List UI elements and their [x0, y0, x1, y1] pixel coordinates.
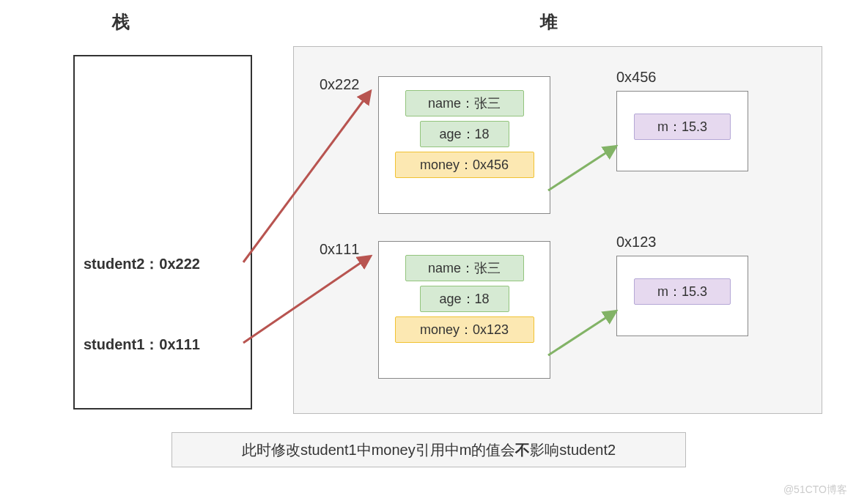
money-object-0x456: m：15.3: [616, 91, 748, 171]
stack-item-student1: student1：0x111: [84, 335, 200, 355]
student-object-0x222: name：张三 age：18 money：0x456: [378, 76, 550, 214]
money-object-0x123: m：15.3: [616, 256, 748, 336]
stack-item-student2: student2：0x222: [84, 254, 200, 274]
stack-box: student2：0x222 student1：0x111: [73, 55, 252, 410]
field-money: money：0x123: [395, 316, 534, 343]
watermark: @51CTO博客: [783, 483, 847, 497]
caption-post: 影响student2: [530, 442, 616, 458]
heap-container: 0x222 name：张三 age：18 money：0x456 0x456 m…: [293, 46, 822, 414]
addr-label-0x123: 0x123: [616, 234, 657, 251]
student-object-0x111: name：张三 age：18 money：0x123: [378, 241, 550, 379]
headers-row: 栈 堆: [0, 10, 856, 34]
field-name: name：张三: [405, 90, 524, 116]
header-stack: 栈: [0, 10, 242, 34]
caption-bold: 不: [515, 442, 530, 458]
addr-label-0x456: 0x456: [616, 69, 657, 86]
caption-box: 此时修改student1中money引用中m的值会不影响student2: [171, 432, 686, 467]
header-heap: 堆: [242, 10, 856, 34]
field-m: m：15.3: [634, 278, 731, 305]
field-name: name：张三: [405, 255, 524, 281]
caption-pre: 此时修改student1中money引用中m的值会: [242, 442, 515, 458]
field-age: age：18: [420, 121, 509, 147]
field-money: money：0x456: [395, 152, 534, 178]
field-m: m：15.3: [634, 114, 731, 140]
addr-label-0x111: 0x111: [320, 241, 360, 258]
field-age: age：18: [420, 286, 509, 312]
diagram-stage: 栈 堆 student2：0x222 student1：0x111 0x222 …: [0, 0, 856, 504]
addr-label-0x222: 0x222: [320, 76, 360, 93]
